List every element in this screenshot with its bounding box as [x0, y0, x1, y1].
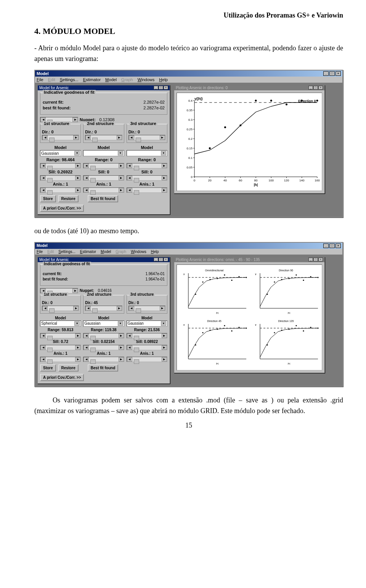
- menu-item[interactable]: Settings...: [60, 77, 79, 82]
- scroll-left-btn[interactable]: ◀: [127, 345, 132, 350]
- scroll-left-btn[interactable]: ◀: [83, 345, 89, 350]
- best-fit-button[interactable]: Best fit found: [88, 364, 118, 372]
- scroll-left-btn[interactable]: ◀: [83, 163, 89, 168]
- scroll-right-btn[interactable]: ▶: [73, 135, 79, 140]
- nugget-inc-btn[interactable]: ▶: [72, 288, 78, 293]
- subwin-close-btn[interactable]: ×: [164, 258, 168, 261]
- scroll-left-btn[interactable]: ◀: [127, 357, 132, 362]
- scroll-left-btn[interactable]: ◀: [129, 306, 134, 311]
- chevron-down-icon[interactable]: ▼: [74, 321, 80, 326]
- scroll-right-btn[interactable]: ▶: [75, 345, 80, 350]
- model-combo[interactable]: Gaussian▼: [83, 320, 124, 327]
- minimize-button[interactable]: _: [323, 244, 329, 248]
- subwin-close-btn[interactable]: ×: [318, 86, 323, 90]
- scroll-left-btn[interactable]: ◀: [85, 135, 91, 140]
- menu-item[interactable]: Help: [151, 250, 159, 254]
- scroll-left-btn[interactable]: ◀: [40, 188, 46, 192]
- nugget-inc-btn[interactable]: ▶: [72, 117, 78, 122]
- plot-subwin-title[interactable]: Plotting Arsenic in directions: 0 _□×: [174, 85, 324, 90]
- scroll-left-btn[interactable]: ◀: [83, 188, 89, 192]
- menu-item[interactable]: Help: [159, 77, 168, 82]
- model-combo[interactable]: ▼: [83, 150, 124, 156]
- menu-item[interactable]: Windows: [138, 77, 155, 82]
- menu-item[interactable]: Model: [105, 77, 117, 82]
- menu-item[interactable]: Graph: [116, 250, 126, 254]
- chevron-down-icon[interactable]: ▼: [161, 151, 166, 155]
- chevron-down-icon[interactable]: ▼: [118, 321, 123, 326]
- subwin-max-btn[interactable]: □: [159, 258, 163, 261]
- scroll-right-btn[interactable]: ▶: [119, 176, 124, 180]
- maximize-button[interactable]: □: [329, 244, 335, 248]
- scroll-right-btn[interactable]: ▶: [162, 176, 167, 180]
- scroll-right-btn[interactable]: ▶: [119, 163, 124, 168]
- scroll-left-btn[interactable]: ◀: [127, 333, 132, 338]
- store-button[interactable]: Store: [40, 195, 56, 202]
- close-button[interactable]: ×: [336, 71, 341, 76]
- chevron-down-icon[interactable]: ▼: [161, 321, 166, 326]
- subwin-close-btn[interactable]: ×: [318, 258, 323, 261]
- scroll-right-btn[interactable]: ▶: [160, 306, 165, 311]
- close-button[interactable]: ×: [336, 244, 341, 248]
- restore-button[interactable]: Restore: [58, 195, 79, 202]
- minimize-button[interactable]: _: [323, 71, 329, 76]
- restore-button[interactable]: Restore: [58, 364, 79, 372]
- scroll-left-btn[interactable]: ◀: [42, 135, 48, 140]
- subwin-max-btn[interactable]: □: [313, 86, 318, 90]
- scroll-right-btn[interactable]: ▶: [119, 345, 124, 350]
- menu-item[interactable]: Edit: [48, 77, 55, 82]
- apriori-button[interactable]: A priori Cov./Corr. >>: [40, 374, 84, 381]
- model-combo[interactable]: Spherical▼: [40, 320, 81, 327]
- chevron-down-icon[interactable]: ▼: [118, 151, 123, 155]
- scroll-right-btn[interactable]: ▶: [75, 357, 80, 362]
- scroll-left-btn[interactable]: ◀: [127, 188, 132, 192]
- window-title-bar[interactable]: Model _ □ ×: [35, 70, 342, 77]
- scroll-left-btn[interactable]: ◀: [129, 135, 134, 140]
- menu-item[interactable]: Graph: [121, 77, 133, 82]
- menu-item[interactable]: Windows: [131, 250, 146, 254]
- best-fit-button[interactable]: Best fit found: [88, 195, 118, 202]
- scroll-left-btn[interactable]: ◀: [40, 345, 46, 350]
- scroll-right-btn[interactable]: ▶: [162, 345, 167, 350]
- scroll-right-btn[interactable]: ▶: [162, 333, 167, 338]
- menu-item[interactable]: Edit: [47, 250, 54, 254]
- scroll-left-btn[interactable]: ◀: [127, 176, 132, 180]
- subwin-max-btn[interactable]: □: [159, 86, 163, 90]
- scroll-left-btn[interactable]: ◀: [40, 176, 46, 180]
- scroll-right-btn[interactable]: ▶: [162, 357, 167, 362]
- scroll-right-btn[interactable]: ▶: [117, 306, 122, 311]
- subwin-min-btn[interactable]: _: [308, 258, 313, 261]
- scroll-left-btn[interactable]: ◀: [127, 163, 132, 168]
- subwin-min-btn[interactable]: _: [308, 86, 313, 90]
- scroll-left-btn[interactable]: ◀: [83, 333, 89, 338]
- scroll-right-btn[interactable]: ▶: [162, 188, 167, 192]
- scroll-right-btn[interactable]: ▶: [75, 333, 80, 338]
- scroll-right-btn[interactable]: ▶: [73, 306, 79, 311]
- scroll-left-btn[interactable]: ◀: [40, 357, 46, 362]
- subwin-max-btn[interactable]: □: [313, 258, 318, 261]
- scroll-left-btn[interactable]: ◀: [40, 163, 46, 168]
- menu-item[interactable]: Settings...: [58, 250, 75, 254]
- menu-item[interactable]: Model: [101, 250, 111, 254]
- subwin-close-btn[interactable]: ×: [164, 86, 168, 90]
- store-button[interactable]: Store: [40, 364, 56, 372]
- menu-item[interactable]: Estimator: [83, 77, 101, 82]
- maximize-button[interactable]: □: [329, 71, 335, 76]
- plot-subwin-title[interactable]: Plotting Arsenic in directions: omni. - …: [174, 257, 324, 262]
- subwin-min-btn[interactable]: _: [154, 258, 158, 261]
- menu-item[interactable]: Estimator: [80, 250, 96, 254]
- scroll-left-btn[interactable]: ◀: [40, 333, 46, 338]
- model-combo[interactable]: Gaussian▼: [40, 150, 81, 156]
- scroll-right-btn[interactable]: ▶: [75, 188, 80, 192]
- scroll-right-btn[interactable]: ▶: [75, 163, 80, 168]
- model-combo[interactable]: Gaussian▼: [127, 320, 167, 327]
- scroll-right-btn[interactable]: ▶: [162, 163, 167, 168]
- chevron-down-icon[interactable]: ▼: [74, 151, 80, 155]
- subwin-min-btn[interactable]: _: [154, 86, 158, 90]
- window-title-bar[interactable]: Model _ □ ×: [35, 243, 342, 249]
- scroll-right-btn[interactable]: ▶: [75, 176, 80, 180]
- scroll-left-btn[interactable]: ◀: [42, 306, 48, 311]
- scroll-left-btn[interactable]: ◀: [83, 176, 89, 180]
- scroll-right-btn[interactable]: ▶: [119, 188, 124, 192]
- scroll-left-btn[interactable]: ◀: [85, 306, 91, 311]
- menu-item[interactable]: File: [37, 77, 43, 82]
